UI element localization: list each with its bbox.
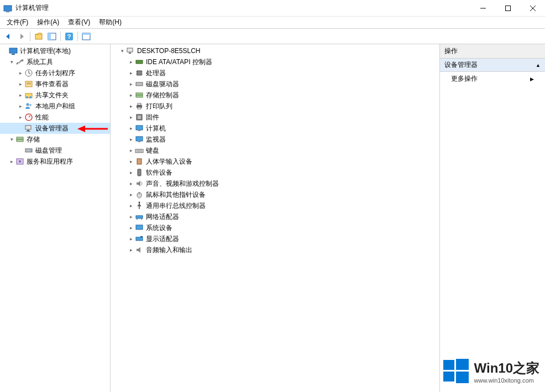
device-network[interactable]: ▸ 网络适配器 xyxy=(111,211,439,222)
expander-right-icon[interactable]: ▸ xyxy=(127,202,135,210)
expander-right-icon[interactable]: ▸ xyxy=(127,158,135,165)
tree-label: 存储控制器 xyxy=(146,91,179,100)
device-audio[interactable]: ▸ 音频输入和输出 xyxy=(111,244,439,255)
device-software[interactable]: ▸ 软件设备 xyxy=(111,167,439,178)
forward-button[interactable] xyxy=(15,30,28,43)
expander-right-icon[interactable]: ▸ xyxy=(127,58,135,66)
tree-event-viewer[interactable]: ▸ 事件查看器 xyxy=(0,79,110,90)
tree-local-users[interactable]: ▸ 本地用户和组 xyxy=(0,101,110,112)
expander-right-icon[interactable]: ▸ xyxy=(127,80,135,88)
device-sound[interactable]: ▸ 声音、视频和游戏控制器 xyxy=(111,178,439,189)
svg-rect-51 xyxy=(138,130,140,131)
expander-right-icon[interactable]: ▸ xyxy=(17,69,24,77)
help-button[interactable]: ? xyxy=(63,30,75,43)
expander-right-icon[interactable]: ▸ xyxy=(8,158,15,165)
actions-more[interactable]: 更多操作 ▶ xyxy=(440,72,545,86)
device-system[interactable]: ▸ 系统设备 xyxy=(111,222,439,233)
device-usb[interactable]: ▸ 通用串行总线控制器 xyxy=(111,200,439,211)
expander-right-icon[interactable]: ▸ xyxy=(17,80,24,88)
tree-label: DESKTOP-8E5SLCH xyxy=(137,47,201,55)
tree-shared-folders[interactable]: ▸ 共享文件夹 xyxy=(0,90,110,101)
tree-services-apps[interactable]: ▸ 服务和应用程序 xyxy=(0,156,110,167)
device-storage-controllers[interactable]: ▸ 存储控制器 xyxy=(111,90,439,101)
tree-label: 通用串行总线控制器 xyxy=(146,201,206,211)
show-hide-tree-button[interactable] xyxy=(46,30,58,43)
menu-action[interactable]: 操作(A) xyxy=(33,17,64,28)
svg-rect-0 xyxy=(4,6,12,11)
device-computer[interactable]: ▸ 计算机 xyxy=(111,123,439,134)
expander-down-icon[interactable]: ▾ xyxy=(118,47,126,55)
expander-down-icon[interactable]: ▾ xyxy=(8,58,15,66)
tree-label: 系统工具 xyxy=(27,58,53,67)
tree-root-computer-management[interactable]: 计算机管理(本地) xyxy=(0,45,110,56)
device-firmware[interactable]: ▸ 固件 xyxy=(111,112,439,123)
device-display[interactable]: ▸ 显示适配器 xyxy=(111,233,439,244)
device-processors[interactable]: ▸ 处理器 xyxy=(111,67,439,79)
expander-right-icon[interactable]: ▸ xyxy=(127,246,135,254)
expander-right-icon[interactable]: ▸ xyxy=(17,113,24,121)
refresh-button[interactable] xyxy=(80,30,92,43)
device-ide[interactable]: ▸ IDE ATA/ATAPI 控制器 xyxy=(111,56,439,67)
svg-rect-6 xyxy=(35,34,42,39)
expander-right-icon[interactable]: ▸ xyxy=(127,213,135,221)
expander-right-icon[interactable]: ▸ xyxy=(127,169,135,176)
menu-help[interactable]: 帮助(H) xyxy=(95,17,126,28)
expander-down-icon[interactable]: ▾ xyxy=(8,135,15,143)
svg-rect-66 xyxy=(136,237,143,241)
disk-icon xyxy=(24,146,33,155)
minimize-button[interactable] xyxy=(470,0,495,17)
expander-right-icon[interactable]: ▸ xyxy=(17,91,24,99)
tree-performance[interactable]: ▸ 性能 xyxy=(0,112,110,123)
svg-rect-35 xyxy=(129,53,131,54)
toolbar: ? xyxy=(0,29,545,44)
expander-right-icon[interactable]: ▸ xyxy=(127,180,135,187)
svg-rect-3 xyxy=(505,6,510,11)
event-viewer-icon xyxy=(24,80,33,88)
expander-right-icon[interactable]: ▸ xyxy=(127,224,135,232)
maximize-button[interactable] xyxy=(495,0,520,17)
tree-task-scheduler[interactable]: ▸ 任务计划程序 xyxy=(0,67,110,79)
tree-label: 软件设备 xyxy=(146,168,172,177)
expander-right-icon[interactable]: ▸ xyxy=(127,69,135,77)
expander-right-icon[interactable]: ▸ xyxy=(17,102,24,110)
expander-right-icon[interactable]: ▸ xyxy=(127,235,135,243)
svg-rect-65 xyxy=(136,225,143,229)
actions-section[interactable]: 设备管理器 ▲ xyxy=(440,59,545,72)
device-disk-drives[interactable]: ▸ 磁盘驱动器 xyxy=(111,79,439,90)
up-button[interactable] xyxy=(33,30,45,43)
device-monitors[interactable]: ▸ 监视器 xyxy=(111,134,439,145)
menu-view[interactable]: 查看(V) xyxy=(64,17,95,28)
tree-label: 设备管理器 xyxy=(35,124,69,133)
tree-device-manager[interactable]: 设备管理器 xyxy=(0,123,110,134)
audio-icon xyxy=(135,245,144,254)
svg-rect-54 xyxy=(135,149,143,153)
tree-system-tools[interactable]: ▾ 系统工具 xyxy=(0,56,110,67)
tree-label: 任务计划程序 xyxy=(35,69,75,78)
svg-point-31 xyxy=(30,150,32,151)
expander-right-icon[interactable]: ▸ xyxy=(127,135,135,143)
expander-right-icon[interactable]: ▸ xyxy=(127,91,135,99)
device-root[interactable]: ▾ DESKTOP-8E5SLCH xyxy=(111,45,439,56)
device-print-queues[interactable]: ▸ 打印队列 xyxy=(111,101,439,112)
device-mice[interactable]: ▸ 鼠标和其他指针设备 xyxy=(111,189,439,200)
close-button[interactable] xyxy=(520,0,545,17)
expander-right-icon[interactable]: ▸ xyxy=(127,191,135,198)
tree-disk-management[interactable]: 磁盘管理 xyxy=(0,145,110,156)
toolbar-separator xyxy=(30,32,30,41)
title-bar: 计算机管理 xyxy=(0,0,545,17)
svg-rect-43 xyxy=(136,93,143,95)
device-hid[interactable]: ▸ 人体学输入设备 xyxy=(111,156,439,167)
watermark-url: www.win10xitong.com xyxy=(474,377,539,384)
svg-rect-25 xyxy=(25,126,31,129)
back-button[interactable] xyxy=(2,30,14,43)
expander-right-icon[interactable]: ▸ xyxy=(127,113,135,121)
expander-right-icon[interactable]: ▸ xyxy=(127,102,135,110)
services-icon xyxy=(15,157,24,166)
tree-storage[interactable]: ▾ 存储 xyxy=(0,134,110,145)
expander-right-icon[interactable]: ▸ xyxy=(127,124,135,132)
printer-icon xyxy=(135,102,144,111)
system-device-icon xyxy=(135,223,144,232)
expander-right-icon[interactable]: ▸ xyxy=(127,147,135,154)
device-keyboards[interactable]: ▸ 键盘 xyxy=(111,145,439,156)
menu-file[interactable]: 文件(F) xyxy=(2,17,33,28)
